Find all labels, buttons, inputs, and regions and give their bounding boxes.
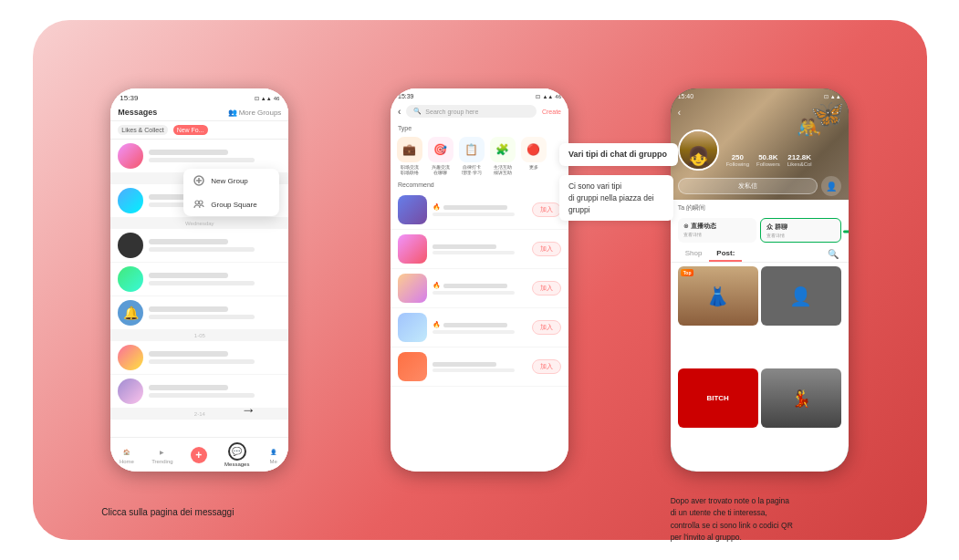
- tab-post[interactable]: Post:: [709, 246, 742, 262]
- post-item[interactable]: BITCH: [678, 368, 758, 428]
- group-desc: [433, 368, 515, 372]
- phone1-header: Messages 👥 More Groups: [110, 104, 288, 121]
- action-cards: ⊙ 直播动态 查看详情 众 群聊 查看详情 ➜: [671, 216, 849, 246]
- join-button[interactable]: 加入: [532, 359, 561, 374]
- tab-likes[interactable]: Likes & Collect: [118, 125, 167, 135]
- group-name: [443, 205, 507, 210]
- chat-name: [149, 239, 228, 244]
- messages-icon: 💬: [228, 442, 246, 461]
- profile-stats: 250 Following 50.8K Followers 212.8K Lik…: [726, 153, 812, 171]
- me-icon: 👤: [267, 445, 280, 458]
- post-thumbnail: 💃: [761, 368, 841, 428]
- battery-icon: ⊡: [255, 95, 259, 101]
- type-item-interest[interactable]: 🎯 兴趣交流在聊聊: [427, 137, 454, 175]
- list-item[interactable]: [110, 341, 288, 375]
- group-avatar: [398, 234, 427, 264]
- group-info: [433, 244, 526, 254]
- fire-badge: 🔥: [433, 321, 441, 328]
- create-button[interactable]: Create: [542, 109, 561, 115]
- group-name: [433, 244, 496, 249]
- list-item[interactable]: [110, 229, 288, 263]
- bottom-nav: 🏠 Home ▶ Trending + 💬 Messages: [110, 437, 288, 472]
- chat-info: [149, 306, 281, 319]
- group-name-row: 🔥: [433, 203, 526, 211]
- list-item[interactable]: 加入: [391, 230, 568, 269]
- list-item[interactable]: 🔔: [110, 296, 288, 330]
- dropdown-new-group[interactable]: New Group: [183, 169, 279, 192]
- profile-image: 👧: [680, 131, 717, 169]
- group-info: [433, 362, 526, 372]
- date-divider: 2-14: [110, 409, 288, 420]
- signal-icon: ▲▲: [542, 94, 553, 99]
- work-icon: 💼: [397, 137, 422, 162]
- post-item[interactable]: 👤: [761, 266, 841, 326]
- join-button[interactable]: 加入: [532, 242, 561, 256]
- list-item[interactable]: 🔥 加入: [391, 308, 568, 347]
- tab-shop[interactable]: Shop: [678, 246, 710, 262]
- search-button[interactable]: 🔍: [825, 246, 841, 262]
- join-button[interactable]: 加入: [532, 281, 561, 296]
- chat-info: [149, 273, 281, 285]
- nav-me[interactable]: 👤 Me: [267, 445, 280, 464]
- avatar: [118, 345, 143, 370]
- back-button[interactable]: ‹: [398, 107, 401, 117]
- more-groups-btn[interactable]: 👥 More Groups: [228, 109, 282, 117]
- vari-tipi-annotation: Vari tipi di chat di gruppo: [559, 143, 678, 166]
- live-card[interactable]: ⊙ 直播动态 查看详情: [678, 218, 757, 243]
- phone1-tabs: Likes & Collect New Fo...: [110, 121, 288, 140]
- nav-add[interactable]: +: [191, 447, 207, 463]
- messages-title: Messages: [118, 108, 157, 117]
- trending-icon: ▶: [156, 445, 169, 458]
- date-divider: 1-05: [110, 330, 288, 341]
- group-name-row: [433, 244, 526, 249]
- list-item[interactable]: 🔥 加入: [391, 269, 568, 308]
- group-name-row: 🔥: [433, 321, 526, 328]
- stat-followers: 50.8K Followers: [756, 153, 780, 167]
- home-icon: 🏠: [120, 445, 133, 458]
- search-input[interactable]: 🔍 Search group here: [406, 105, 537, 118]
- type-item-work[interactable]: 💼 职场交流职场联络: [396, 137, 423, 175]
- post-item[interactable]: 💃: [761, 368, 841, 428]
- nav-messages[interactable]: 💬 Messages: [224, 442, 249, 467]
- post-item[interactable]: Top 👗: [678, 266, 758, 326]
- green-arrow-icon: ➜: [842, 222, 849, 242]
- post-thumbnail: 👤: [761, 266, 841, 326]
- list-item[interactable]: 加入: [391, 347, 568, 387]
- list-item[interactable]: [110, 263, 288, 296]
- list-item[interactable]: [110, 375, 288, 409]
- chat-message: [149, 359, 255, 364]
- list-item[interactable]: 🔥 加入: [391, 191, 568, 230]
- join-button[interactable]: 加入: [532, 202, 561, 217]
- group-name-row: 🔥: [433, 282, 526, 289]
- type-item-life[interactable]: 🧩 生活互助倾诉互助: [489, 137, 516, 175]
- group-square-icon: [193, 198, 205, 211]
- nav-home[interactable]: 🏠 Home: [120, 445, 134, 464]
- avatar: [118, 379, 143, 404]
- battery-icon: ⊡: [824, 93, 829, 99]
- tab-new-followers[interactable]: New Fo...: [173, 125, 208, 135]
- callout-group-types: Ci sono vari tipi di gruppi nella piazza…: [559, 175, 673, 221]
- back-button[interactable]: ‹: [678, 108, 681, 118]
- more-icon: 🔴: [521, 137, 547, 162]
- join-button[interactable]: 加入: [532, 320, 561, 335]
- follow-button[interactable]: 👤: [821, 176, 841, 196]
- chat-info: [149, 239, 281, 252]
- avatar: [118, 233, 143, 258]
- chat-name: [149, 273, 228, 278]
- more-options-button[interactable]: ···: [827, 106, 841, 119]
- type-item-checkin[interactable]: 📋 自律打卡理理·学习: [458, 137, 485, 175]
- dropdown-group-square[interactable]: Group Square: [183, 192, 279, 216]
- action-row: 发私信 👤: [671, 174, 849, 200]
- bottom-caption1: Clicca sulla pagina dei messaggi: [101, 507, 234, 517]
- battery-icon: ⊡: [536, 93, 540, 99]
- type-label: Type: [391, 121, 568, 133]
- group-list: 🔥 加入: [391, 191, 568, 472]
- nav-trending[interactable]: ▶ Trending: [151, 445, 172, 464]
- group-name: [433, 362, 496, 367]
- life-icon: 🧩: [490, 137, 516, 162]
- avatar: [118, 266, 143, 292]
- send-message-button[interactable]: 发私信: [678, 178, 818, 194]
- avatar: [118, 188, 143, 213]
- group-chat-card[interactable]: 众 群聊 查看详情: [760, 218, 841, 243]
- type-item-more[interactable]: 🔴 更多: [520, 137, 547, 175]
